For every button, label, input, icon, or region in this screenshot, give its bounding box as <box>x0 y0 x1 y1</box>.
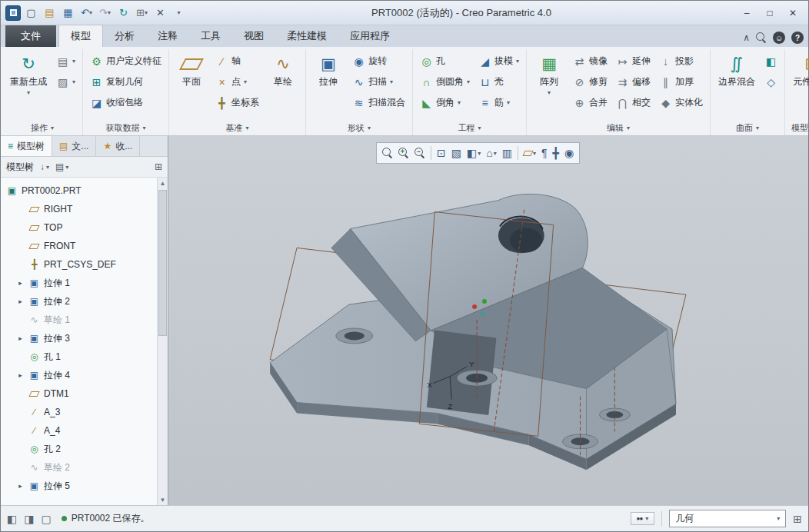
help-icon[interactable]: ? <box>791 32 804 44</box>
scroll-down-arrow[interactable]: ▼ <box>158 494 168 505</box>
tree-item-sketch-2[interactable]: ∿草绘 2 <box>1 458 155 477</box>
revolve-button[interactable]: ◉旋转 <box>349 51 408 71</box>
shell-button[interactable]: ⊔壳 <box>475 71 522 92</box>
boundary-blend-button[interactable]: ∬ 边界混合 <box>714 51 759 91</box>
draft-button[interactable]: ◢拔模▾ <box>475 51 522 71</box>
tab-flexible-modeling[interactable]: 柔性建模 <box>275 25 338 47</box>
tab-applications[interactable]: 应用程序 <box>338 25 401 47</box>
tree-item-a4[interactable]: ∕A_4 <box>1 421 155 440</box>
copy-geometry-button[interactable]: ⊞复制几何 <box>87 71 165 92</box>
tree-filter-button[interactable]: ↓▾ <box>40 161 49 172</box>
shapes-group-footer[interactable]: 形状▾ <box>310 121 408 135</box>
surfaces-group-footer[interactable]: 曲面▾ <box>714 121 781 135</box>
operations-copy-button[interactable]: ▤▾ <box>53 51 78 71</box>
orientation-toggle-button[interactable]: ◉ <box>563 144 575 162</box>
tree-item-hole-2[interactable]: ◎孔 2 <box>1 440 155 458</box>
repaint-button[interactable]: ▧ <box>450 144 463 162</box>
project-button[interactable]: ↓投影 <box>656 51 706 71</box>
zoom-in-button[interactable]: + <box>397 144 411 162</box>
tree-item-top[interactable]: TOP <box>1 218 155 237</box>
datum-group-footer[interactable]: 基准▾ <box>173 121 301 135</box>
undo-button[interactable]: ↶▾ <box>78 5 95 21</box>
graphics-area[interactable]: + − ⊡ ▧ ◧▾ ⌂▾ ▥ ▾ ¶ ╋ ◉ <box>168 136 808 505</box>
tree-columns-button[interactable]: ⊞ <box>155 161 162 172</box>
tree-item-dtm1[interactable]: DTM1 <box>1 384 155 403</box>
expand-arrow[interactable]: ▸ <box>16 298 25 305</box>
open-file-button[interactable]: ▤ <box>42 5 58 21</box>
tree-item-extrude-4[interactable]: ▸▣拉伸 4 <box>1 366 155 384</box>
expand-arrow[interactable]: ▸ <box>16 482 25 490</box>
close-window-button[interactable]: ✕ <box>782 5 804 22</box>
expand-arrow[interactable]: ▸ <box>16 371 25 379</box>
chamfer-button[interactable]: ◣倒角▾ <box>417 92 473 113</box>
new-file-button[interactable]: ▢ <box>23 5 39 21</box>
tree-item-right[interactable]: RIGHT <box>1 200 155 218</box>
datum-axis-button[interactable]: ∕轴 <box>212 51 262 71</box>
regenerate-quick-button[interactable]: ↻ <box>115 5 132 21</box>
saved-orientations-button[interactable]: ⌂▾ <box>484 144 498 162</box>
minimize-button[interactable]: – <box>736 5 757 22</box>
spin-center-button[interactable]: ╋ <box>551 144 560 162</box>
command-search-icon[interactable] <box>756 32 767 43</box>
collapse-ribbon-icon[interactable]: ∧ <box>743 32 750 43</box>
scrollbar-thumb[interactable] <box>158 190 167 336</box>
editing-group-footer[interactable]: 编辑▾ <box>531 121 706 135</box>
tab-view[interactable]: 视图 <box>232 25 275 47</box>
display-style-button[interactable]: ◧▾ <box>465 144 482 162</box>
tree-item-extrude-2[interactable]: ▸▣拉伸 2 <box>1 292 155 311</box>
operations-paste-button[interactable]: ▨▾ <box>53 71 78 92</box>
save-button[interactable]: ▦ <box>60 5 76 21</box>
pattern-button[interactable]: ▦ 阵列 ▾ <box>531 51 568 98</box>
tree-item-extrude-3[interactable]: ▸▣拉伸 3 <box>1 329 155 347</box>
tree-item-hole-1[interactable]: ◎孔 1 <box>1 347 155 366</box>
expand-arrow[interactable]: ▸ <box>16 279 25 287</box>
swept-blend-button[interactable]: ≋扫描混合 <box>349 92 408 113</box>
extend-button[interactable]: ↦延伸 <box>613 51 654 71</box>
surface-style-button[interactable]: ◇ <box>761 71 781 92</box>
component-interface-button[interactable]: ⊞ 元件界面 <box>789 51 809 91</box>
tree-item-extrude-5[interactable]: ▸▣拉伸 5 <box>1 477 155 495</box>
selection-filter-combo[interactable]: 几何 ▾ <box>669 510 786 527</box>
datum-point-button[interactable]: ×点▾ <box>212 71 262 92</box>
fullscreen-toggle-button[interactable]: ▢ <box>41 513 51 525</box>
feedback-icon[interactable]: ☺ <box>773 32 785 44</box>
annotation-display-button[interactable]: ¶ <box>540 144 549 162</box>
engineering-group-footer[interactable]: 工程▾ <box>417 121 522 135</box>
filter-settings-icon[interactable]: ⊞ <box>793 513 802 525</box>
tab-model-tree[interactable]: ≡模型树 <box>1 136 52 156</box>
app-icon[interactable] <box>5 5 21 21</box>
tab-favorites[interactable]: ★收... <box>96 136 140 156</box>
zoom-out-button[interactable]: − <box>413 144 427 162</box>
redo-button[interactable]: ↷▾ <box>97 5 113 21</box>
tree-item-extrude-1[interactable]: ▸▣拉伸 1 <box>1 274 155 292</box>
round-button[interactable]: ∩倒圆角▾ <box>417 71 473 92</box>
tree-scrollbar[interactable]: ▲ ▼ <box>157 178 168 505</box>
zoom-region-button[interactable] <box>381 144 395 162</box>
regenerate-button[interactable]: ↻ 重新生成 ▾ <box>6 51 51 98</box>
trim-button[interactable]: ⊘修剪 <box>570 71 611 92</box>
customize-qat-button[interactable]: ▾ <box>171 5 187 21</box>
scroll-up-arrow[interactable]: ▲ <box>158 178 168 188</box>
tab-folder-browser[interactable]: ▤文... <box>52 136 96 156</box>
datum-display-button[interactable]: ▾ <box>522 144 538 162</box>
surface-fill-button[interactable]: ◧ <box>761 51 781 71</box>
udf-button[interactable]: ⚙用户定义特征 <box>87 51 165 71</box>
sweep-button[interactable]: ∿扫描▾ <box>349 71 408 92</box>
thicken-button[interactable]: ∥加厚 <box>656 71 706 92</box>
intersect-button[interactable]: ⋂相交 <box>613 92 654 113</box>
extrude-button[interactable]: ▣ 拉伸 <box>310 51 347 91</box>
offset-button[interactable]: ⇉偏移 <box>613 71 654 92</box>
merge-button[interactable]: ⊕合并 <box>570 92 611 113</box>
hole-button[interactable]: ◎孔 <box>417 51 473 71</box>
tab-file[interactable]: 文件 <box>5 25 56 47</box>
model-intent-group-footer[interactable]: 模型意图▾ <box>789 121 809 135</box>
rib-button[interactable]: ≡筋▾ <box>475 92 522 113</box>
navigator-toggle-button[interactable]: ◧ <box>7 513 17 525</box>
shrinkwrap-button[interactable]: ◪收缩包络 <box>87 92 165 113</box>
find-button[interactable]: ●●▾ <box>631 512 655 525</box>
operations-group-footer[interactable]: 操作▾ <box>6 121 78 135</box>
3d-model-canvas[interactable]: X Y Z <box>168 136 808 505</box>
tab-analysis[interactable]: 分析 <box>103 25 146 47</box>
tree-item-a3[interactable]: ∕A_3 <box>1 403 155 421</box>
sketch-button[interactable]: ∿ 草绘 <box>265 51 301 91</box>
